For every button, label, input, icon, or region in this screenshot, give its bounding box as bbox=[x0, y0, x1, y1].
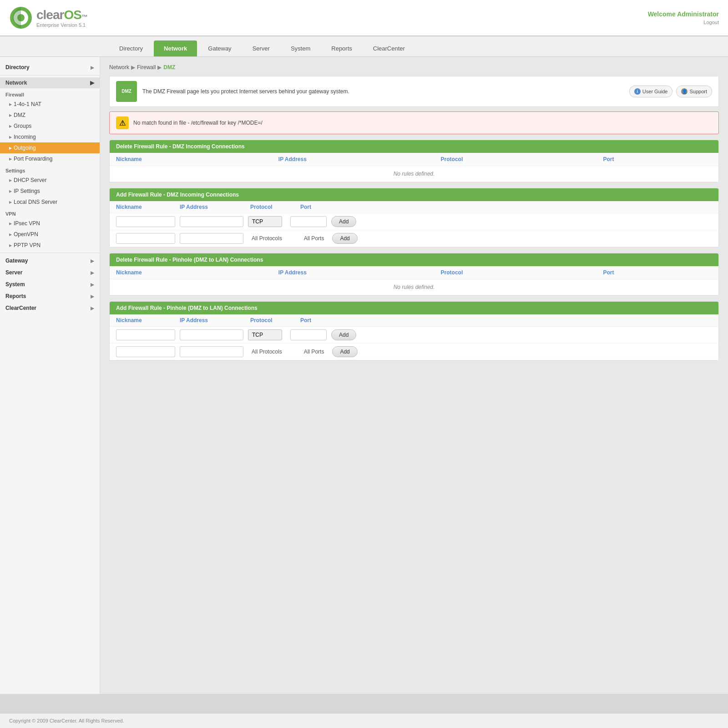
add-incoming-add-button-1[interactable]: Add bbox=[331, 216, 356, 227]
divider-1 bbox=[0, 75, 100, 76]
logo-trademark: ™ bbox=[81, 13, 87, 20]
sidebar-outgoing-label: Outgoing bbox=[14, 145, 36, 151]
breadcrumb-firewall[interactable]: Firewall bbox=[137, 64, 156, 71]
add-in-port-text-2: All Ports bbox=[290, 233, 328, 243]
add-pinhole-row1: TCP UDP ICMP All Add bbox=[110, 327, 718, 344]
add-pin-nickname-1[interactable] bbox=[116, 329, 175, 340]
logo-os: OS bbox=[64, 8, 81, 22]
th-protocol-del-in: Protocol bbox=[435, 153, 597, 166]
add-pin-col-nickname: Nickname bbox=[116, 317, 180, 324]
sidebar-incoming-label: Incoming bbox=[14, 134, 36, 140]
add-pinhole-header: Add Firewall Rule - Pinhole (DMZ to LAN)… bbox=[110, 302, 718, 314]
add-in-col-nickname: Nickname bbox=[116, 204, 180, 210]
navbar: Directory Network Gateway Server System … bbox=[0, 36, 728, 57]
delete-pinhole-header: Delete Firewall Rule - Pinhole (DMZ to L… bbox=[110, 253, 718, 266]
logout-link[interactable]: Logout bbox=[703, 20, 719, 25]
sidebar-item-dmz[interactable]: ▶ DMZ bbox=[0, 110, 100, 121]
sidebar-system[interactable]: System ▶ bbox=[0, 278, 100, 290]
add-in-ip-2[interactable] bbox=[180, 233, 243, 244]
table-row: No rules defined. bbox=[110, 279, 718, 295]
sidebar-server-label: Server bbox=[5, 269, 22, 276]
tri-port-forwarding: ▶ bbox=[9, 157, 12, 161]
sidebar-item-ipsec[interactable]: ▶ IPsec VPN bbox=[0, 218, 100, 229]
add-incoming-add-button-2[interactable]: Add bbox=[332, 233, 357, 244]
sidebar-gateway[interactable]: Gateway ▶ bbox=[0, 255, 100, 267]
sidebar-gateway-arrow: ▶ bbox=[91, 258, 94, 263]
sidebar-directory-arrow: ▶ bbox=[91, 65, 94, 70]
add-pinhole-headers: Nickname IP Address Protocol Port bbox=[110, 314, 718, 327]
add-pin-col-ip: IP Address bbox=[180, 317, 250, 324]
sidebar-item-ip-settings[interactable]: ▶ IP Settings bbox=[0, 186, 100, 197]
nav-server[interactable]: Server bbox=[243, 40, 280, 56]
sidebar-system-label: System bbox=[5, 281, 25, 288]
delete-incoming-table: Nickname IP Address Protocol Port No rul… bbox=[110, 153, 718, 182]
sidebar-pptp-label: PPTP VPN bbox=[14, 242, 40, 248]
nav-directory[interactable]: Directory bbox=[109, 40, 153, 56]
footer: Copyright © 2009 ClearCenter. All Rights… bbox=[0, 713, 728, 728]
nav-system[interactable]: System bbox=[281, 40, 320, 56]
no-rules-del-pin: No rules defined. bbox=[110, 279, 718, 295]
sidebar-port-forwarding-label: Port Forwarding bbox=[14, 156, 52, 162]
sidebar-item-local-dns[interactable]: ▶ Local DNS Server bbox=[0, 197, 100, 207]
add-in-protocol-dropdown-1[interactable]: TCP UDP ICMP All bbox=[248, 216, 282, 227]
sidebar-server[interactable]: Server ▶ bbox=[0, 267, 100, 278]
sidebar-item-dhcp[interactable]: ▶ DHCP Server bbox=[0, 175, 100, 186]
add-pin-protocol-select-1[interactable]: TCP UDP ICMP All bbox=[248, 329, 282, 340]
error-message: No match found in file - /etc/firewall f… bbox=[133, 120, 263, 126]
add-in-nickname-1[interactable] bbox=[116, 216, 175, 227]
sidebar-network-header[interactable]: Network ▶ bbox=[0, 77, 100, 88]
add-pin-port-1[interactable] bbox=[290, 329, 327, 340]
support-icon: 👤 bbox=[681, 88, 688, 95]
add-incoming-row1: TCP UDP ICMP All Add bbox=[110, 213, 718, 230]
logo-clear: clear bbox=[36, 8, 64, 22]
nav-clearcenter[interactable]: ClearCenter bbox=[363, 40, 415, 56]
sidebar: Directory ▶ Network ▶ Firewall ▶ 1-4o-1 … bbox=[0, 57, 100, 694]
info-bar: DMZ The DMZ Firewall page lets you prote… bbox=[109, 76, 719, 107]
sidebar-item-nat[interactable]: ▶ 1-4o-1 NAT bbox=[0, 99, 100, 110]
sidebar-item-incoming[interactable]: ▶ Incoming bbox=[0, 131, 100, 142]
sidebar-item-port-forwarding[interactable]: ▶ Port Forwarding bbox=[0, 153, 100, 164]
sidebar-clearcenter-arrow: ▶ bbox=[91, 306, 94, 311]
delete-incoming-panel: Delete Firewall Rule - DMZ Incoming Conn… bbox=[109, 140, 719, 182]
tri-local-dns: ▶ bbox=[9, 200, 12, 204]
breadcrumb-sep1: ▶ bbox=[131, 64, 135, 71]
sidebar-item-pptp[interactable]: ▶ PPTP VPN bbox=[0, 240, 100, 251]
nav-network[interactable]: Network bbox=[154, 40, 197, 56]
breadcrumb-network[interactable]: Network bbox=[109, 64, 129, 71]
add-pin-protocol-dropdown-1[interactable]: TCP UDP ICMP All bbox=[248, 329, 282, 340]
add-in-nickname-2[interactable] bbox=[116, 233, 175, 244]
main-layout: Directory ▶ Network ▶ Firewall ▶ 1-4o-1 … bbox=[0, 57, 728, 694]
add-incoming-panel: Add Firewall Rule - DMZ Incoming Connect… bbox=[109, 188, 719, 248]
add-pinhole-add-button-1[interactable]: Add bbox=[331, 329, 356, 340]
add-in-ip-1[interactable] bbox=[180, 216, 243, 227]
sidebar-reports[interactable]: Reports ▶ bbox=[0, 290, 100, 302]
sidebar-item-outgoing[interactable]: ▶ Outgoing bbox=[0, 142, 100, 153]
nav-reports[interactable]: Reports bbox=[321, 40, 362, 56]
add-pin-ip-2[interactable] bbox=[180, 346, 243, 357]
add-pin-nickname-2[interactable] bbox=[116, 346, 175, 357]
delete-incoming-header: Delete Firewall Rule - DMZ Incoming Conn… bbox=[110, 140, 718, 153]
delete-incoming-title: Delete Firewall Rule - DMZ Incoming Conn… bbox=[116, 143, 245, 150]
breadcrumb: Network ▶ Firewall ▶ DMZ bbox=[109, 64, 719, 71]
delete-pinhole-table: Nickname IP Address Protocol Port No rul… bbox=[110, 266, 718, 295]
sidebar-nat-label: 1-4o-1 NAT bbox=[14, 101, 41, 107]
sidebar-clearcenter[interactable]: ClearCenter ▶ bbox=[0, 302, 100, 314]
add-in-port-1[interactable] bbox=[290, 216, 327, 227]
settings-group-label: Settings bbox=[0, 164, 100, 175]
add-pinhole-add-button-2[interactable]: Add bbox=[332, 346, 357, 357]
support-button[interactable]: 👤 Support bbox=[676, 86, 712, 97]
firewall-group-label: Firewall bbox=[0, 88, 100, 99]
info-description: The DMZ Firewall page lets you protect I… bbox=[142, 88, 349, 95]
add-in-protocol-select-1[interactable]: TCP UDP ICMP All bbox=[248, 216, 282, 227]
sidebar-item-groups[interactable]: ▶ Groups bbox=[0, 121, 100, 131]
logo-title: clearOS™ bbox=[36, 8, 87, 22]
nav-gateway[interactable]: Gateway bbox=[198, 40, 241, 56]
add-pin-ip-1[interactable] bbox=[180, 329, 243, 340]
logo-area: clearOS™ Enterprise Version 5.1 bbox=[9, 6, 87, 30]
sidebar-item-openvpn[interactable]: ▶ OpenVPN bbox=[0, 229, 100, 240]
user-guide-button[interactable]: i User Guide bbox=[629, 86, 673, 97]
sidebar-directory[interactable]: Directory ▶ bbox=[0, 61, 100, 73]
sidebar-system-arrow: ▶ bbox=[91, 282, 94, 287]
support-label: Support bbox=[689, 89, 707, 94]
logo-version: Enterprise Version 5.1 bbox=[36, 22, 87, 28]
